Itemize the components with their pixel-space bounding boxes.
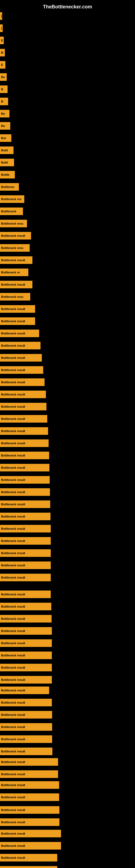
- bar-row-26: Bottleneck result: [0, 330, 39, 337]
- bar-48: Bottleneck result: [0, 603, 51, 610]
- bar-62: Bottleneck result: [0, 770, 58, 778]
- bar-label-7: B: [1, 100, 3, 103]
- bar-65: Bottleneck result: [0, 806, 59, 814]
- bar-35: Bottleneck result: [0, 439, 49, 447]
- bar-29: Bottleneck result: [0, 366, 43, 374]
- bar-label-69: Bottleneck result: [1, 856, 25, 859]
- bar-row-49: Bottleneck result: [0, 615, 52, 622]
- bar-60: Bottleneck result: [0, 748, 52, 755]
- bar-row-42: Bottleneck result: [0, 525, 51, 532]
- bar-9: Bo: [0, 122, 10, 130]
- bar-row-13: Bottle: [0, 171, 15, 179]
- bar-row-53: Bottleneck result: [0, 664, 52, 671]
- bar-label-20: Bottleneck result: [1, 258, 25, 262]
- bar-6: B: [0, 86, 8, 93]
- bar-10: Bot: [0, 134, 11, 142]
- bar-label-49: Bottleneck result: [1, 617, 25, 620]
- bar-row-29: Bottleneck result: [0, 366, 43, 374]
- bar-row-47: Bottleneck result: [0, 590, 51, 598]
- bar-label-14: Bottlenec: [1, 185, 14, 188]
- bar-row-8: Bo: [0, 110, 9, 118]
- bar-label-53: Bottleneck result: [1, 666, 25, 669]
- bar-row-61: Bottleneck result: [0, 758, 58, 766]
- bar-42: Bottleneck result: [0, 525, 51, 532]
- bar-label-66: Bottleneck result: [1, 820, 25, 824]
- bar-1: |: [0, 24, 3, 32]
- bar-row-25: Bottleneck result: [0, 317, 35, 325]
- bar-row-32: Bottleneck result: [0, 403, 46, 410]
- bar-row-0: |: [0, 12, 2, 20]
- bar-label-5: Bo: [1, 75, 5, 79]
- bar-row-16: Bottleneck: [0, 208, 23, 215]
- bar-54: Bottleneck result: [0, 676, 52, 684]
- bar-label-3: B: [1, 51, 3, 54]
- bar-row-48: Bottleneck result: [0, 603, 51, 610]
- bar-46: Bottleneck result: [0, 574, 51, 581]
- bar-label-31: Bottleneck result: [1, 393, 25, 396]
- bar-row-63: Bottleneck result: [0, 781, 59, 789]
- bar-23: Bottleneck resu: [0, 293, 30, 301]
- bar-44: Bottleneck result: [0, 549, 51, 557]
- bar-row-24: Bottleneck result: [0, 305, 35, 313]
- bar-row-9: Bo: [0, 122, 10, 130]
- bar-label-6: B: [1, 88, 3, 91]
- bar-row-20: Bottleneck result: [0, 256, 32, 264]
- bar-label-36: Bottleneck result: [1, 454, 25, 457]
- bar-row-31: Bottleneck result: [0, 391, 46, 398]
- bar-59: Bottleneck result: [0, 735, 52, 743]
- bar-row-34: Bottleneck result: [0, 427, 48, 435]
- bar-12: Bottl: [0, 159, 14, 166]
- bar-row-58: Bottleneck result: [0, 723, 52, 731]
- bar-row-38: Bottleneck result: [0, 476, 50, 484]
- bar-label-43: Bottleneck result: [1, 539, 25, 542]
- bar-row-56: Bottleneck result: [0, 699, 52, 706]
- bar-row-37: Bottleneck result: [0, 464, 49, 471]
- bar-8: Bo: [0, 110, 9, 118]
- bar-label-64: Bottleneck result: [1, 796, 25, 799]
- bar-22: Bottleneck result: [0, 281, 32, 288]
- bar-50: Bottleneck result: [0, 627, 52, 635]
- bar-label-21: Bottleneck re: [1, 271, 20, 274]
- bar-57: Bottleneck result: [0, 711, 52, 718]
- bar-label-57: Bottleneck result: [1, 713, 25, 716]
- bar-label-37: Bottleneck result: [1, 466, 25, 469]
- bar-row-59: Bottleneck result: [0, 735, 52, 743]
- bar-row-18: Bottleneck result: [0, 232, 31, 240]
- bar-label-33: Bottleneck result: [1, 417, 25, 421]
- bar-row-11: Bottl: [0, 147, 13, 154]
- bar-2: E: [0, 37, 4, 44]
- bar-66: Bottleneck result: [0, 818, 59, 826]
- bar-11: Bottl: [0, 147, 13, 154]
- bar-56: Bottleneck result: [0, 699, 52, 706]
- bar-row-44: Bottleneck result: [0, 549, 51, 557]
- bar-5: Bo: [0, 73, 7, 81]
- bar-label-59: Bottleneck result: [1, 738, 25, 741]
- bar-label-18: Bottleneck result: [1, 234, 25, 237]
- bar-row-1: |: [0, 24, 3, 32]
- bar-55: Bottleneck result: [0, 686, 49, 694]
- bar-32: Bottleneck result: [0, 403, 46, 410]
- bar-label-16: Bottleneck: [1, 210, 16, 213]
- bar-label-30: Bottleneck result: [1, 380, 25, 384]
- bar-row-69: Bottleneck result: [0, 854, 57, 862]
- bar-row-30: Bottleneck result: [0, 378, 45, 386]
- bar-label-39: Bottleneck result: [1, 490, 25, 494]
- bar-label-26: Bottleneck result: [1, 332, 25, 335]
- bar-label-4: E: [1, 63, 3, 66]
- bar-label-45: Bottleneck result: [1, 564, 25, 567]
- bar-27: Bottleneck result: [0, 342, 41, 349]
- bar-row-33: Bottleneck result: [0, 415, 47, 423]
- bar-row-21: Bottleneck re: [0, 269, 28, 276]
- bar-label-48: Bottleneck result: [1, 605, 25, 608]
- bar-label-58: Bottleneck result: [1, 725, 25, 728]
- bar-label-38: Bottleneck result: [1, 478, 25, 482]
- bar-67: Bottleneck result: [0, 830, 61, 837]
- bar-row-43: Bottleneck result: [0, 537, 51, 545]
- bar-41: Bottleneck result: [0, 513, 50, 520]
- bar-61: Bottleneck result: [0, 758, 58, 766]
- bar-label-63: Bottleneck result: [1, 783, 25, 786]
- bar-row-55: Bottleneck result: [0, 686, 49, 694]
- bar-label-11: Bottl: [1, 149, 8, 152]
- site-title: TheBottlenecker.com: [0, 1, 135, 11]
- bar-34: Bottleneck result: [0, 427, 48, 435]
